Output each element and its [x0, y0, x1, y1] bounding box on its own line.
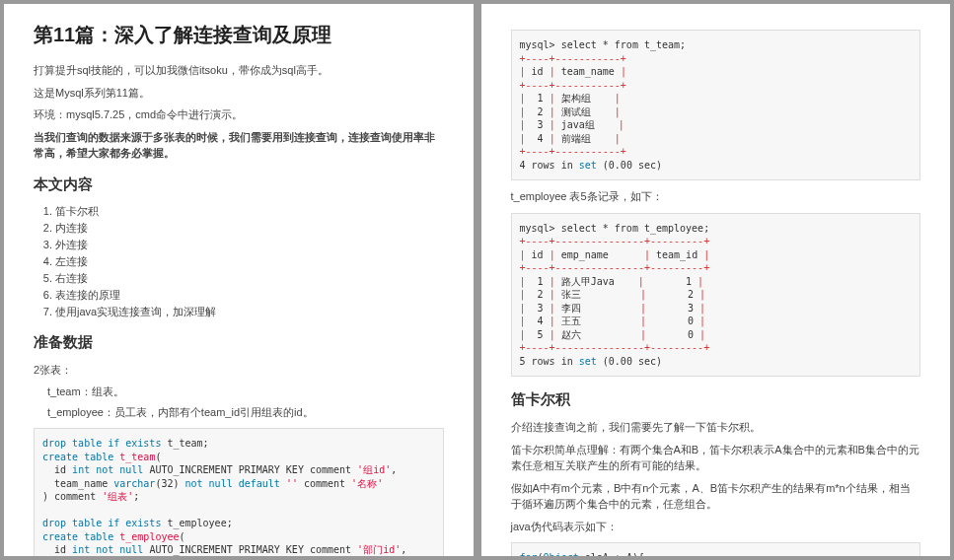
- intro-1: 打算提升sql技能的，可以加我微信itsoku，带你成为sql高手。: [34, 62, 444, 79]
- highlight-paragraph: 当我们查询的数据来源于多张表的时候，我们需要用到连接查询，连接查询使用率非常高，…: [34, 129, 444, 162]
- sql-create-block: drop table if exists t_team; create tabl…: [34, 428, 444, 556]
- page-left: 第11篇：深入了解连接查询及原理 打算提升sql技能的，可以加我微信itsoku…: [4, 4, 474, 556]
- toc-item: 外连接: [55, 238, 444, 252]
- t-employee-desc: t_employee：员工表，内部有个team_id引用组表的id。: [47, 404, 444, 421]
- toc-item: 左连接: [55, 254, 444, 269]
- contents-heading: 本文内容: [34, 175, 444, 194]
- toc-item: 表连接的原理: [55, 288, 444, 303]
- t-team-desc: t_team：组表。: [47, 384, 444, 400]
- emp-note: t_employee 表5条记录，如下：: [511, 188, 921, 205]
- prepare-heading: 准备数据: [34, 333, 444, 352]
- intro-3: 环境：mysql5.7.25，cmd命令中进行演示。: [34, 106, 444, 123]
- cart-p3: 假如A中有m个元素，B中有n个元素，A、B笛卡尔积产生的结果有m*n个结果，相当…: [511, 480, 921, 513]
- toc-item: 使用java实现连接查询，加深理解: [55, 305, 444, 319]
- java-pseudo-code: for(Object eleA : A){ for(Object eleB : …: [511, 542, 921, 556]
- toc-item: 内连接: [55, 221, 444, 236]
- page-right: mysql> select * from t_team; +----+-----…: [481, 4, 951, 556]
- cart-p2: 笛卡尔积简单点理解：有两个集合A和B，笛卡尔积表示A集合中的元素和B集合中的元素…: [511, 442, 921, 474]
- cartesian-heading: 笛卡尔积: [511, 390, 921, 409]
- cart-p4: java伪代码表示如下：: [511, 519, 921, 535]
- cart-p1: 介绍连接查询之前，我们需要先了解一下笛卡尔积。: [511, 419, 921, 436]
- team-query-block: mysql> select * from t_team; +----+-----…: [511, 30, 921, 180]
- article-title: 第11篇：深入了解连接查询及原理: [34, 22, 444, 48]
- intro-2: 这是Mysql系列第11篇。: [34, 85, 444, 102]
- toc-list: 笛卡尔积 内连接 外连接 左连接 右连接 表连接的原理 使用java实现连接查询…: [55, 204, 444, 319]
- toc-item: 笛卡尔积: [55, 204, 444, 219]
- employee-query-block: mysql> select * from t_employee; +----+-…: [511, 213, 921, 378]
- toc-item: 右连接: [55, 271, 444, 286]
- two-tables-label: 2张表：: [34, 362, 444, 379]
